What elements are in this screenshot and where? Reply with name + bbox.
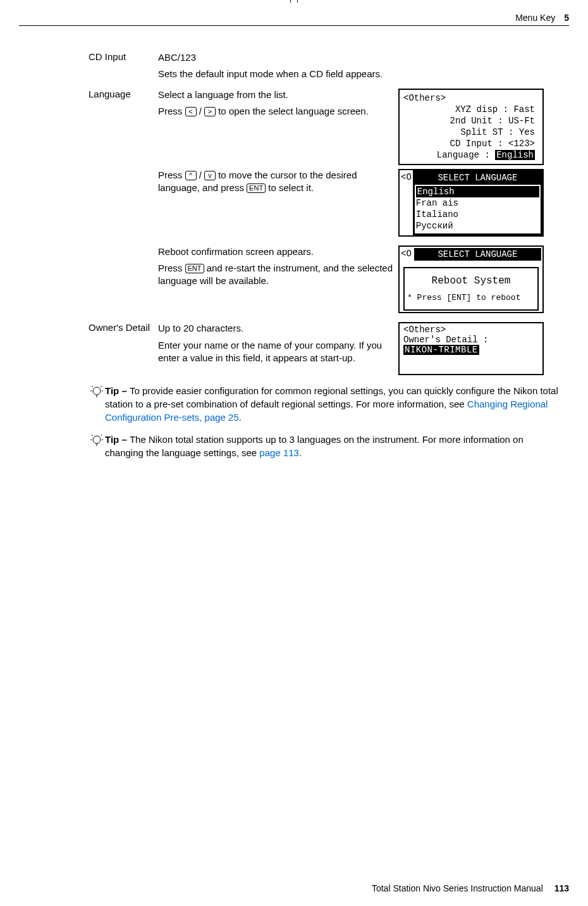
- tip-2-link[interactable]: page 113: [259, 447, 299, 458]
- language-desc-2: Press ^ / v to move the cursor to the de…: [158, 169, 398, 199]
- screen-reboot-inner: Reboot System * Press [ENT] to reboot: [403, 267, 539, 311]
- language-line3: Press ^ / v to move the cursor to the de…: [158, 169, 398, 195]
- row-language-3: Reboot confirmation screen appears. Pres…: [89, 245, 569, 314]
- tip-2: Tip – The Nikon total station supports u…: [89, 433, 563, 459]
- tip-1: Tip – To provide easier configuration fo…: [89, 384, 563, 424]
- cd-input-value: ABC/123: [158, 51, 398, 64]
- svg-point-6: [93, 436, 101, 444]
- row-owner: Owner's Detail Up to 20 characters. Ente…: [89, 322, 569, 375]
- reboot-hint: * Press [ENT] to reboot: [407, 293, 535, 304]
- owner-line1: Up to 20 characters.: [158, 322, 398, 335]
- key-ent-1: ENT: [247, 183, 266, 193]
- page-header: Menu Key 5: [19, 13, 569, 26]
- language-line2: Press < / > to open the select language …: [158, 105, 398, 118]
- screen-others-title: <Others>: [403, 92, 539, 104]
- footer-manual: Total Station Nivo Series Instruction Ma…: [372, 883, 543, 893]
- language-desc-1: Select a language from the list. Press <…: [158, 89, 398, 122]
- svg-point-0: [93, 387, 101, 395]
- svg-line-4: [92, 386, 93, 387]
- tip-2-text: Tip – The Nikon total station supports u…: [105, 433, 563, 459]
- screen-others-l1: XYZ disp : Fast: [403, 104, 535, 115]
- language-line1: Select a language from the list.: [158, 89, 398, 101]
- language-line4: Reboot confirmation screen appears.: [158, 245, 398, 258]
- screen-sl-prefix: <O: [400, 170, 413, 235]
- svg-line-5: [101, 386, 102, 387]
- screen-reboot: <O SELECT LANGUAGE Reboot System * Press…: [398, 245, 544, 314]
- crop-mark-top: [290, 0, 298, 3]
- screen-owner-label: Owner's Detail :: [403, 335, 539, 345]
- key-ent-2: ENT: [185, 264, 204, 273]
- cd-input-label: CD Input: [89, 51, 158, 62]
- screen-reboot-bar: SELECT LANGUAGE: [414, 248, 541, 261]
- tip-1-text: Tip – To provide easier configuration fo…: [105, 384, 563, 424]
- screen-sl-list: English Fran ais Italiano Русский: [414, 184, 541, 234]
- screen-sl-title: SELECT LANGUAGE: [414, 171, 541, 184]
- header-chapter: 5: [564, 13, 569, 23]
- cd-input-desc: ABC/123 Sets the default input mode when…: [158, 51, 398, 85]
- svg-line-11: [101, 435, 102, 436]
- reboot-msg: Reboot System: [407, 275, 535, 288]
- header-section: Menu Key: [515, 13, 555, 23]
- screen-others: <Others> XYZ disp : Fast 2nd Unit : US-F…: [398, 89, 544, 165]
- key-up: ^: [185, 171, 197, 180]
- lightbulb-icon: [89, 384, 105, 401]
- row-cd-input: CD Input ABC/123 Sets the default input …: [89, 51, 569, 85]
- svg-line-10: [92, 435, 93, 436]
- owner-label: Owner's Detail: [89, 322, 158, 333]
- lang-opt-0: English: [416, 186, 539, 197]
- screen-reboot-prefix: <O: [400, 247, 413, 261]
- content-area: CD Input ABC/123 Sets the default input …: [89, 51, 569, 375]
- page: Menu Key 5 CD Input ABC/123 Sets the def…: [0, 0, 588, 906]
- screen-owner-value: NIKON-TRIMBLE: [403, 345, 479, 355]
- screen-others-l3: Split ST : Yes: [403, 127, 535, 138]
- cd-input-description: Sets the default input mode when a CD fi…: [158, 68, 398, 80]
- page-footer: Total Station Nivo Series Instruction Ma…: [372, 883, 569, 893]
- row-language-1: Language Select a language from the list…: [89, 89, 569, 165]
- owner-line2: Enter your name or the name of your comp…: [158, 339, 398, 365]
- screen-select-language: <O SELECT LANGUAGE English Fran ais Ital…: [398, 169, 544, 237]
- screen-owner: <Others> Owner's Detail : NIKON-TRIMBLE: [398, 322, 544, 375]
- lang-opt-1: Fran ais: [416, 197, 539, 209]
- owner-desc: Up to 20 characters. Enter your name or …: [158, 322, 398, 368]
- footer-page: 113: [554, 883, 569, 893]
- screen-others-l5: Language : English: [403, 149, 535, 161]
- key-right: >: [204, 107, 216, 116]
- language-label: Language: [89, 89, 158, 99]
- screen-others-l2: 2nd Unit : US-Ft: [403, 115, 535, 127]
- lang-opt-3: Русский: [416, 220, 539, 232]
- language-line5: Press ENT and re-start the instrument, a…: [158, 262, 398, 288]
- screen-others-l4: CD Input : <123>: [403, 138, 535, 149]
- screen-owner-title: <Others>: [403, 325, 539, 335]
- row-language-2: Press ^ / v to move the cursor to the de…: [89, 169, 569, 237]
- lang-opt-2: Italiano: [416, 209, 539, 220]
- lightbulb-icon: [89, 433, 105, 450]
- language-desc-3: Reboot confirmation screen appears. Pres…: [158, 245, 398, 292]
- key-left: <: [185, 107, 197, 116]
- key-down: v: [204, 171, 216, 180]
